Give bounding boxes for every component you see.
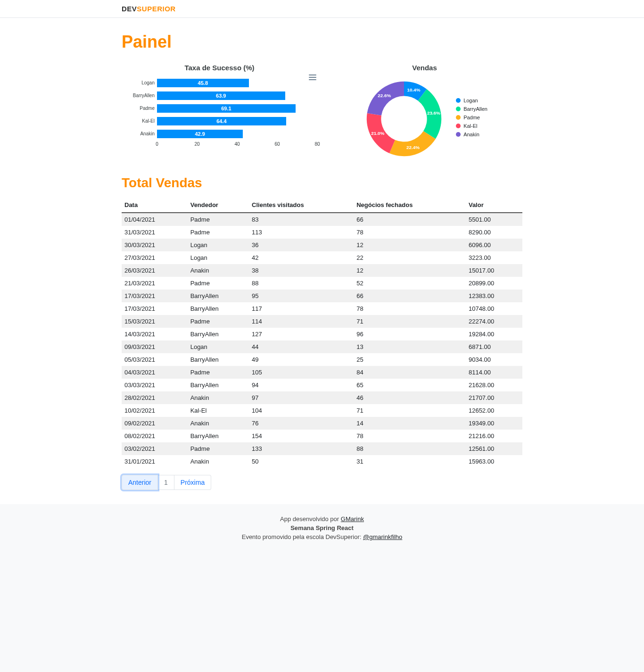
app-logo: DEVSUPERIOR [122, 5, 522, 13]
bar-track: 69.1 [157, 104, 317, 113]
bar-track: 63.9 [157, 91, 317, 100]
table-cell: 20899.00 [466, 277, 522, 290]
table-row: 09/03/2021Logan44136871.00 [122, 340, 522, 353]
table-cell: 15017.00 [466, 264, 522, 277]
bar-fill[interactable]: 42.9 [157, 130, 243, 138]
table-cell: 3223.00 [466, 251, 522, 264]
table-cell: 08/02/2021 [122, 430, 188, 442]
pagination-current-page[interactable]: 1 [158, 475, 174, 490]
table-row: 14/03/2021BarryAllen1279619284.00 [122, 328, 522, 340]
table-cell: 10748.00 [466, 302, 522, 315]
table-cell: 01/04/2021 [122, 213, 188, 226]
table-cell: 21707.00 [466, 391, 522, 404]
table-cell: Padme [188, 366, 249, 379]
bar-category-label: Kal-El [122, 118, 155, 124]
table-row: 10/02/2021Kal-El1047112652.00 [122, 404, 522, 417]
table-header-cell: Clientes visitados [249, 198, 354, 213]
footer-handle-link[interactable]: @gmarinkfilho [363, 533, 402, 540]
pagination-prev-button[interactable]: Anterior [122, 475, 158, 490]
table-cell: 13 [354, 340, 466, 353]
table-cell: 6096.00 [466, 239, 522, 251]
table-cell: Padme [188, 277, 249, 290]
bar-row: BarryAllen63.9 [157, 89, 317, 102]
table-cell: 50 [249, 455, 354, 468]
table-row: 17/03/2021BarryAllen956612383.00 [122, 290, 522, 302]
table-row: 17/03/2021BarryAllen1177810748.00 [122, 302, 522, 315]
pagination-next-button[interactable]: Próxima [174, 475, 211, 490]
legend-item[interactable]: BarryAllen [456, 106, 487, 112]
table-cell: Padme [188, 226, 249, 239]
bar-fill[interactable]: 45.8 [157, 79, 249, 87]
donut-slice[interactable] [389, 131, 436, 156]
legend-item[interactable]: Anakin [456, 132, 487, 137]
table-cell: 15963.00 [466, 455, 522, 468]
donut-chart-panel: Vendas 10.4%23.6%22.4%21.0%22.6% LoganBa… [327, 64, 522, 161]
table-row: 31/03/2021Padme113788290.00 [122, 226, 522, 239]
charts-row: Taxa de Sucesso (%) Logan45.8BarryAllen6… [122, 64, 522, 161]
table-cell: 105 [249, 366, 354, 379]
legend-item[interactable]: Logan [456, 98, 487, 103]
table-section-title: Total Vendas [122, 175, 522, 191]
table-cell: 38 [249, 264, 354, 277]
table-cell: 52 [354, 277, 466, 290]
table-cell: 104 [249, 404, 354, 417]
bar-category-label: Logan [122, 80, 155, 85]
table-cell: 17/03/2021 [122, 302, 188, 315]
table-cell: Anakin [188, 455, 249, 468]
footer-event-promo: Evento promovido pela escola DevSuperior… [0, 533, 644, 540]
table-cell: Anakin [188, 417, 249, 430]
legend-item[interactable]: Kal-El [456, 123, 487, 129]
footer-author-link[interactable]: GMarink [341, 515, 364, 523]
table-cell: 127 [249, 328, 354, 340]
table-row: 08/02/2021BarryAllen1547821216.00 [122, 430, 522, 442]
table-cell: 21628.00 [466, 379, 522, 391]
bar-row: Logan45.8 [157, 76, 317, 89]
legend-label: Padme [463, 115, 480, 120]
table-row: 01/04/2021Padme83665501.00 [122, 213, 522, 226]
bar-axis-tick: 40 [234, 141, 239, 147]
table-cell: 95 [249, 290, 354, 302]
table-cell: Logan [188, 239, 249, 251]
bar-row: Kal-El64.4 [157, 115, 317, 127]
table-row: 27/03/2021Logan42223223.00 [122, 251, 522, 264]
bar-fill[interactable]: 64.4 [157, 117, 286, 125]
table-cell: 31/01/2021 [122, 455, 188, 468]
legend-label: Logan [463, 98, 478, 103]
table-row: 28/02/2021Anakin974621707.00 [122, 391, 522, 404]
legend-swatch [456, 124, 461, 128]
table-cell: Padme [188, 315, 249, 328]
bar-axis-tick: 0 [156, 141, 158, 147]
legend-swatch [456, 107, 461, 111]
table-row: 03/02/2021Padme1338812561.00 [122, 442, 522, 455]
table-cell: BarryAllen [188, 379, 249, 391]
logo-part1: DEV [122, 5, 137, 13]
table-cell: 19349.00 [466, 417, 522, 430]
table-cell: 05/03/2021 [122, 353, 188, 366]
bar-axis-tick: 60 [274, 141, 280, 147]
table-cell: 117 [249, 302, 354, 315]
legend-swatch [456, 132, 461, 137]
bar-category-label: Padme [122, 106, 155, 111]
table-cell: 22 [354, 251, 466, 264]
app-footer: App desenvolvido por GMarink Semana Spri… [0, 504, 644, 552]
table-cell: 03/03/2021 [122, 379, 188, 391]
table-cell: 36 [249, 239, 354, 251]
table-row: 26/03/2021Anakin381215017.00 [122, 264, 522, 277]
table-cell: 88 [354, 442, 466, 455]
bar-fill[interactable]: 63.9 [157, 91, 285, 100]
donut-slice[interactable] [367, 82, 404, 116]
page-title: Painel [122, 32, 522, 52]
table-cell: 96 [354, 328, 466, 340]
bar-category-label: Anakin [122, 131, 155, 136]
logo-part2: SUPERIOR [137, 5, 175, 13]
table-cell: 12 [354, 239, 466, 251]
table-cell: 12383.00 [466, 290, 522, 302]
table-cell: 14 [354, 417, 466, 430]
sales-table: DataVendedorClientes visitadosNegócios f… [122, 198, 522, 468]
table-cell: BarryAllen [188, 353, 249, 366]
table-row: 31/01/2021Anakin503115963.00 [122, 455, 522, 468]
table-cell: Anakin [188, 391, 249, 404]
bar-fill[interactable]: 69.1 [157, 104, 296, 113]
legend-item[interactable]: Padme [456, 115, 487, 120]
table-cell: 83 [249, 213, 354, 226]
